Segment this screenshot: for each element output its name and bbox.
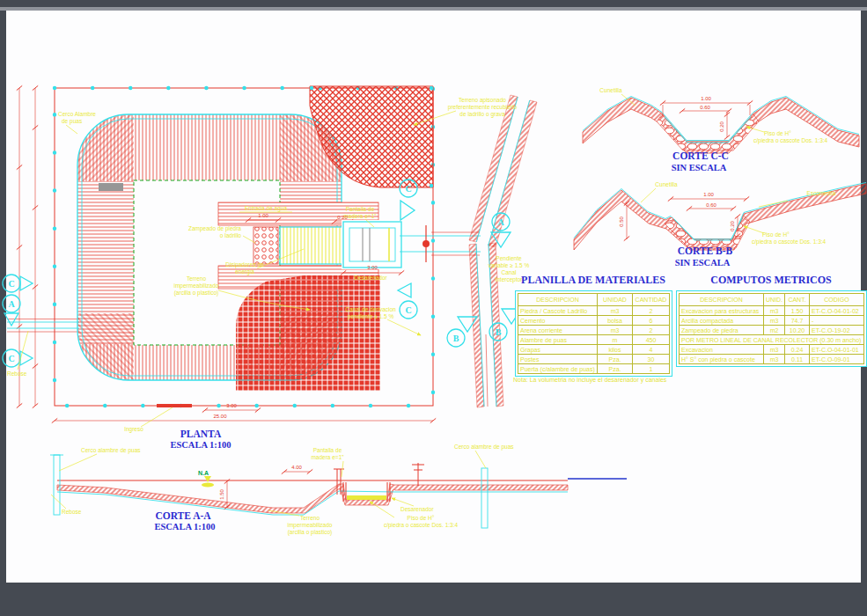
plan-title: PLANTA: [180, 429, 222, 439]
label-escorrentia: Escorrentia: [807, 190, 836, 196]
water-level: N.A: [198, 470, 214, 488]
computos-header: CODIGO: [810, 294, 864, 306]
corte-cc: 1.00 0.60 0.20 Cunetilla Piso de H° c/pi…: [583, 87, 859, 172]
aa-dimensions: 4.00 1.50: [219, 465, 312, 510]
cell-qty: 2: [633, 306, 670, 316]
table-row: Puerta (c/alambre de puas) Pza. 1: [518, 364, 670, 374]
computos-title: COMPUTOS METRICOS: [676, 274, 866, 287]
label-desarenador: Desarenador: [354, 275, 387, 281]
cell-unit: m: [598, 335, 633, 345]
cell-unit: m3: [764, 306, 785, 316]
label-impermeable: (arcilla o plastico): [288, 529, 333, 536]
label-impermeable: impermeabilizado: [174, 282, 219, 290]
planilla-header: UNIDAD: [598, 294, 633, 306]
label-pantalla: Pantalla de: [346, 206, 375, 212]
dim-bb-depth-left: 0.50: [619, 216, 624, 227]
cell-unit: kilos: [598, 345, 633, 355]
cell-desc: Puerta (c/alambre de puas): [518, 364, 598, 374]
label-impermeable: Terreno: [300, 515, 320, 521]
label-disipadores: Disipadores de: [225, 261, 264, 268]
cell-code: ET-C.O-04-01-02: [810, 306, 864, 316]
label-impermeable: (arcilla o plastico): [174, 290, 219, 297]
dim-apron: 1.00: [258, 213, 268, 218]
cell-desc: Excavacion: [680, 345, 764, 355]
cell-desc: Piedra / Cascote Ladrillo: [518, 306, 598, 316]
inlet-channel: [280, 227, 343, 264]
aa-title: CORTE A-A: [155, 510, 211, 521]
marker-b: B: [496, 327, 502, 337]
desarenador-box: 3.00: [341, 220, 404, 275]
label-cerco: Cerco Alambre: [58, 111, 96, 117]
cell-qty: 1.50: [785, 306, 810, 316]
bb-scale: SIN ESCALA: [675, 258, 731, 268]
cell-unit: m3: [764, 316, 785, 326]
table-row: Cemento bolsa 6: [518, 316, 670, 326]
marker-a: A: [497, 217, 504, 227]
label-disipadores: energia: [235, 268, 254, 275]
cell-desc: Arcilla compactada: [680, 316, 764, 326]
cell-qty: 6: [633, 316, 670, 326]
compuerta: [412, 463, 424, 486]
cell-qty: 4: [633, 345, 670, 355]
table-row: Grapas kilos 4: [518, 345, 670, 355]
cell-code: ET-C.O-04-01-01: [810, 345, 864, 355]
label-pantalla: Pantalla de: [313, 447, 342, 453]
cell-qty: 2: [633, 326, 670, 335]
table-row: H° S° con piedra o cascote m3 0.11 ET-C.…: [680, 355, 864, 364]
label-pendiente: variable ≥ 1.5 %: [489, 262, 530, 268]
plan-view: 25.00 3.00: [3, 85, 537, 450]
cell-desc: Grapas: [518, 345, 598, 355]
marker-a: A: [8, 299, 15, 309]
cell-code: ET-C.O-19-02: [810, 326, 864, 335]
cell-qty: 450: [633, 335, 670, 345]
marker-c: C: [405, 305, 411, 315]
label-piso: Piso de H°: [764, 130, 791, 136]
planilla-title: PLANILLA DE MATERIALES: [515, 274, 672, 287]
label-zampeado: o ladrillo: [220, 232, 242, 238]
label-zampeado: Zampeado de piedra: [188, 225, 241, 232]
dim-cc-depth: 0.20: [719, 121, 724, 132]
impermeable-patch: [236, 275, 380, 391]
label-piso: c/piedra o cascote Dos. 1:3:4: [752, 238, 827, 246]
marker-c: C: [8, 354, 14, 363]
label-derivacion: pendiente ≥ 1.5 %: [348, 313, 394, 320]
table-row: Piedra / Cascote Ladrillo m3 2: [518, 306, 670, 316]
stone-lining: [657, 114, 759, 150]
cad-drawing-screen: 25.00 3.00: [0, 0, 867, 616]
dim-cc-bottom: 0.60: [700, 105, 710, 110]
cell-unit: Pza.: [598, 364, 633, 374]
label-cerco: de puas: [62, 118, 83, 125]
stone-lining: [665, 216, 750, 248]
cell-code: ET-C.O-09-01: [810, 355, 864, 364]
planilla-header: DESCRIPCION: [518, 294, 598, 306]
cc-scale: SIN ESCALA: [672, 163, 727, 172]
label-apisonado: preferentemente recubierto: [448, 104, 518, 111]
corte-aa: 4.00 1.50 N.A Cerco alambre de puas: [50, 444, 627, 536]
planilla-note: Nota: La volumetria no incluye el desare…: [513, 377, 666, 383]
label-piso: Piso de H°: [762, 231, 790, 238]
outlet-channel: [400, 225, 481, 262]
cell-qty: 30: [633, 355, 670, 364]
cell-unit: bolsa: [598, 316, 633, 326]
dim-cc-top: 1.00: [701, 96, 711, 101]
marker-b: B: [453, 334, 459, 343]
label-piso: c/piedra o cascote Dos. 1:3:4: [384, 522, 459, 529]
computos-table: DESCRIPCION UNID. CANT. CODIGO Excavacio…: [676, 290, 867, 367]
cell-desc: H° S° con piedra o cascote: [680, 355, 764, 364]
table-row: Postes Pza. 30: [518, 355, 670, 364]
dim-gate: 3.00: [226, 403, 237, 408]
cell-unit: m3: [598, 326, 633, 335]
dim-bb-top: 1.00: [703, 192, 714, 197]
label-desarenador: Desarenador: [400, 506, 434, 512]
dim-bb-bottom: 0.60: [706, 202, 716, 208]
dim-bb-depth: 0.20: [730, 221, 735, 231]
label-cunetilla: Cunetilla: [655, 181, 678, 187]
table-row: Excavacion para estructuras m3 1.50 ET-C…: [680, 306, 864, 316]
computos-header: UNID.: [764, 294, 785, 306]
cc-title: CORTE C-C: [672, 150, 729, 161]
cell-desc: Postes: [518, 355, 598, 364]
table-row: Alambre de puas m 450: [518, 335, 670, 345]
dim-desarenador: 3.00: [367, 265, 378, 270]
label-derivacion: Canal de derivacion: [345, 306, 396, 312]
cell-unit: m3: [598, 306, 633, 316]
